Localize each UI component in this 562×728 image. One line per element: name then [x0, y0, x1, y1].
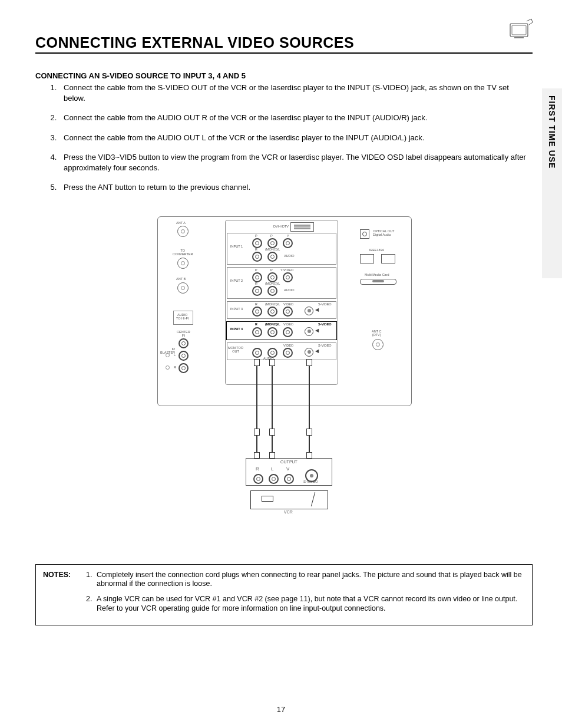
vcr-r: [253, 474, 263, 484]
in3-l: [267, 307, 277, 317]
dvi-port: [290, 222, 314, 232]
connection-diagram: ANT A TO CONVERTER ANT B AUDIO TO HI-FI …: [157, 216, 411, 511]
in1-pr: [252, 238, 262, 248]
plug-sv-top: [306, 359, 312, 366]
in2-pb: [267, 272, 277, 282]
in3-r: [252, 307, 262, 317]
note-2: A single VCR can be used for VCR #1 and …: [94, 595, 525, 613]
in2-ar: [252, 286, 262, 296]
label-dvi: DVI-HDTV: [273, 225, 289, 228]
in4-sv: [305, 327, 313, 336]
lbl: VIDEO: [283, 344, 293, 347]
step-3: Connect the cable from the AUDIO OUT L o…: [59, 133, 533, 143]
step-1: Connect the cable from the S-VIDEO OUT o…: [59, 83, 533, 103]
plug-r-top: [254, 359, 260, 366]
lbl: AUDIO: [284, 288, 294, 292]
step-5: Press the ANT button to return to the pr…: [59, 182, 533, 193]
vcr-device: [250, 490, 328, 509]
lbl: L: [271, 467, 273, 472]
ir-jack-1: [166, 353, 170, 357]
in3-sv: [305, 307, 313, 315]
plug-l-top: [269, 359, 275, 366]
in1-al: [267, 252, 277, 262]
lbl: (MONO)/L: [265, 302, 280, 306]
lbl: S-VIDEO: [318, 322, 332, 326]
section-subtitle: CONNECTING AN S-VIDEO SOURCE TO INPUT 3,…: [35, 71, 533, 80]
label-input1: INPUT 1: [230, 245, 243, 248]
in1-y: [283, 238, 293, 248]
lbl: P: [270, 268, 273, 272]
input1-box: [227, 233, 336, 265]
cable-l: [272, 366, 273, 454]
label-ant-a: ANT A: [176, 221, 186, 225]
step-4: Press the VID3~VID5 button to view the p…: [59, 152, 533, 173]
ieee-port-2: [381, 254, 395, 263]
vcr-l: [269, 474, 279, 484]
jack-ant-b: [177, 282, 189, 294]
input2-box: [227, 267, 336, 299]
label-input3: INPUT 3: [230, 307, 243, 311]
jack-center-in: [178, 338, 189, 348]
notes-box: NOTES: Completely insert the connection …: [35, 564, 533, 626]
lbl: (MONO)/L: [265, 282, 280, 285]
in4-v: [283, 327, 293, 337]
label-audio-hifi: AUDIO TO HI-FI: [176, 313, 189, 320]
in2-pr: [252, 272, 262, 282]
vcr-output-panel: OUTPUT R L V S-VIDEO: [246, 458, 332, 486]
mon-sv: [305, 348, 313, 357]
lbl: VIDEO: [283, 322, 293, 326]
label-ieee: IEEE1394: [369, 248, 384, 252]
plug-mid-r: [254, 429, 260, 436]
plug-mid-sv: [306, 429, 312, 436]
label-optical: OPTICAL OUT Digital Audio: [373, 229, 394, 236]
vcr-v: [284, 474, 294, 484]
mon-v: [283, 348, 293, 358]
in1-pb: [267, 238, 277, 248]
arrow-icon: ◀: [315, 348, 319, 354]
cable-sv: [309, 366, 310, 454]
label-to-converter: TO CONVERTER: [173, 249, 193, 256]
label-vcr: VCR: [284, 510, 293, 515]
in2-y: [283, 272, 293, 282]
lbl: P: [255, 234, 257, 238]
jack-l: [178, 351, 189, 361]
label-ant-c: ANT C (DTV): [372, 330, 381, 337]
lbl: R: [255, 282, 257, 285]
label-r: R: [174, 365, 176, 369]
lbl: P: [270, 234, 273, 238]
page-title: CONNECTING EXTERNAL VIDEO SOURCES: [35, 34, 533, 54]
step-2: Connect the cable from the AUDIO OUT R o…: [59, 113, 533, 123]
label-center-in: CENTER IN: [177, 330, 190, 337]
in4-r: [252, 327, 262, 337]
label-ant-b: ANT B: [176, 277, 186, 281]
label-input4: INPUT 4: [230, 327, 243, 331]
arrow-icon: ◀: [315, 328, 319, 333]
notes-list: Completely insert the connection cord pl…: [81, 571, 525, 620]
lbl: (MONO)/L: [265, 248, 280, 251]
label-output: OUTPUT: [280, 460, 297, 464]
instruction-list: Connect the cable from the S-VIDEO OUT o…: [35, 83, 533, 193]
lbl: R: [255, 302, 257, 306]
lbl: (MONO)/L: [265, 322, 280, 326]
lbl: Y/VIDEO: [280, 268, 293, 272]
label-l: L: [174, 353, 176, 357]
label-input2: INPUT 2: [230, 279, 243, 282]
mmcard-slot: [360, 279, 396, 285]
in4-l: [267, 327, 277, 337]
arrow-icon: ◀: [315, 307, 319, 312]
cable-r: [256, 366, 257, 454]
ir-jack-2: [166, 365, 170, 370]
page-number: 17: [0, 705, 562, 714]
mon-r: [252, 348, 262, 358]
in1-ar: [252, 252, 262, 262]
notes-label: NOTES:: [43, 571, 81, 620]
lbl: S-VIDEO: [303, 480, 318, 484]
lbl: P: [255, 268, 257, 272]
lbl: V: [286, 467, 289, 472]
lbl: AUDIO: [284, 254, 294, 258]
lbl: VIDEO: [283, 302, 293, 306]
jack-ant-a: [177, 226, 189, 237]
plug-mid-l: [269, 429, 275, 436]
ieee-port-1: [360, 254, 374, 263]
jack-ant-c: [372, 339, 384, 350]
